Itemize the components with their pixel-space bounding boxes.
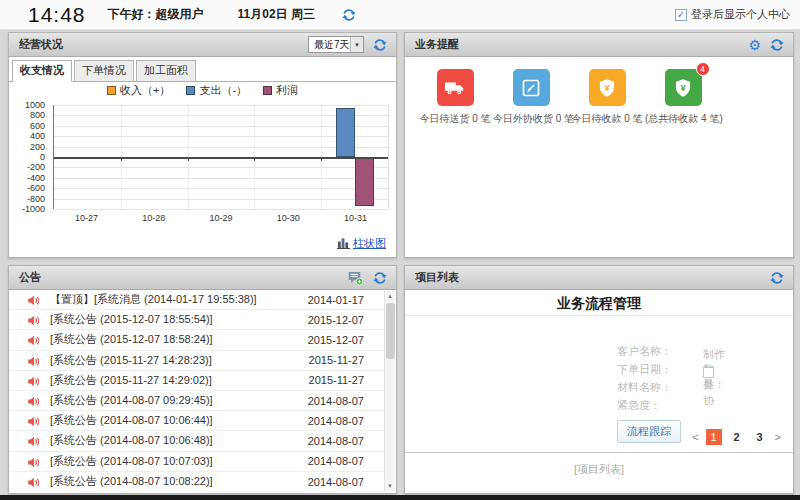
y-tick-label: 400 [30, 131, 45, 141]
announcement-row[interactable]: [系统公告 (2014-08-07 10:06:44)]2014-08-07 [9, 411, 384, 431]
announcement-date: 2014-08-07 [308, 415, 378, 427]
announcement-text: [系统公告 (2014-08-07 10:08:22)] [50, 474, 213, 489]
reminder-tile[interactable]: 今日待送货 0 笔 [417, 69, 493, 126]
y-tick-label: 600 [30, 121, 45, 131]
reminder-tile[interactable]: 今日外协收货 0 笔 [493, 69, 569, 126]
announcement-row[interactable]: [系统公告 (2015-12-07 18:58:24)]2015-12-07 [9, 330, 384, 350]
announcement-text: [系统公告 (2014-08-07 10:06:48)] [50, 433, 213, 448]
add-message-icon[interactable] [347, 270, 364, 286]
scrollbar[interactable]: ▲ ▼ [384, 291, 395, 491]
reminder-tile[interactable]: ¥4(总共待收款 4 笔) [645, 69, 721, 126]
legend-swatch [107, 86, 116, 95]
greeting-label: 下午好： [108, 7, 156, 21]
announcement-text: [系统公告 (2015-11-27 14:28:23)] [50, 353, 212, 368]
announcement-date: 2015-12-07 [308, 314, 378, 326]
truck-icon [437, 69, 474, 106]
user-name: 超级用户 [156, 7, 204, 21]
next-page-button[interactable]: > [775, 431, 781, 443]
panel-title: 项目列表 [415, 270, 459, 285]
announcement-row[interactable]: [系统公告 (2015-11-27 14:29:02)]2015-11-27 [9, 371, 384, 391]
y-tick-label: 800 [30, 110, 45, 120]
announcements-panel: 公告 【置顶】[系统消息 (2014-01-17 19:55:38)]2014-… [8, 265, 397, 494]
chart-plot [53, 105, 389, 209]
chart-type-link[interactable]: 柱状图 [337, 236, 386, 251]
speaker-icon [27, 354, 40, 367]
announcement-text: [系统公告 (2014-08-07 10:07:03)] [50, 454, 213, 469]
announcement-text: 【置顶】[系统消息 (2014-01-17 19:55:38)] [50, 292, 257, 307]
legend-swatch [263, 86, 272, 95]
status-tab[interactable]: 加工面积 [136, 60, 196, 82]
yuan-shield-icon: ¥ [589, 69, 626, 106]
workflow-title: 业务流程管理 [405, 290, 793, 316]
status-tabs: 收支情况下单情况加工面积 [9, 60, 396, 82]
announcement-row[interactable]: [系统公告 (2014-08-07 10:08:22)]2014-08-07 [9, 472, 384, 492]
refresh-icon[interactable] [769, 270, 785, 286]
material-name-label: 材料名称： [617, 380, 672, 395]
announcement-text: [系统公告 (2015-11-27 14:29:02)] [50, 373, 212, 388]
status-tab[interactable]: 收支情况 [12, 60, 72, 82]
clock-time: 14:48 [28, 3, 86, 27]
speaker-icon [27, 475, 40, 488]
axis-tick [321, 157, 322, 161]
page-number-button[interactable]: 2 [729, 429, 745, 445]
order-date-label: 下单日期： [617, 362, 672, 377]
chart-bar [355, 157, 374, 206]
panel-header: 公告 [9, 266, 396, 290]
refresh-icon[interactable] [372, 270, 388, 286]
announcement-row[interactable]: 【置顶】[系统消息 (2014-01-17 19:55:38)]2014-01-… [9, 290, 384, 310]
axis-tick [121, 157, 122, 161]
status-tab[interactable]: 下单情况 [74, 60, 134, 82]
date-range-value: 最近7天 [314, 38, 350, 52]
reminder-tile[interactable]: ¥今日待收款 0 笔 [569, 69, 645, 126]
announcement-row[interactable]: [系统公告 (2014-08-07 09:29:45)]2014-08-07 [9, 391, 384, 411]
axis-tick [254, 157, 255, 161]
outsourcing-checkbox[interactable] [703, 367, 714, 378]
y-tick-label: 0 [40, 152, 45, 162]
chart-x-axis: 10-2710-2810-2910-3010-31 [53, 213, 389, 223]
page-number-button[interactable]: 3 [752, 429, 768, 445]
notification-badge: 4 [696, 62, 710, 76]
announcement-row[interactable]: [系统公告 (2014-08-07 10:06:48)]2014-08-07 [9, 431, 384, 451]
announcement-date: 2015-12-07 [308, 334, 378, 346]
project-list-footer: [项目列表] [405, 462, 793, 477]
checkbox-checked-icon[interactable]: ✓ [675, 9, 687, 21]
scroll-down-icon[interactable]: ▼ [385, 481, 395, 491]
workflow-form: 客户名称： 下单日期： 制作数量： 材料名称： 外协 紧急度： 流程跟踪 [617, 342, 681, 443]
announcement-text: [系统公告 (2014-08-07 10:06:44)] [50, 413, 213, 428]
announcement-date: 2014-08-07 [308, 395, 378, 407]
x-tick-label: 10-28 [120, 213, 187, 223]
personal-center-toggle[interactable]: ✓ 登录后显示个人中心 [675, 7, 790, 22]
panel-title: 业务提醒 [415, 37, 459, 52]
pagination: <123> [692, 429, 781, 445]
chart-gridline [54, 188, 388, 189]
customer-name-label: 客户名称： [617, 344, 672, 359]
speaker-icon [27, 455, 40, 468]
x-tick-label: 10-27 [53, 213, 120, 223]
speaker-icon [27, 394, 40, 407]
refresh-icon[interactable] [372, 37, 388, 53]
announcement-row[interactable]: [系统公告 (2015-11-27 14:28:23)]2015-11-27 [9, 351, 384, 371]
announcement-date: 2014-08-07 [308, 476, 378, 488]
x-tick-label: 10-31 [322, 213, 389, 223]
refresh-icon[interactable] [769, 37, 785, 53]
page-number-button[interactable]: 1 [706, 429, 722, 445]
prev-page-button[interactable]: < [692, 431, 698, 443]
reminder-label: 今日待收款 0 笔 [569, 112, 645, 126]
yuan-shield-icon: ¥4 [665, 69, 702, 106]
gear-icon[interactable]: ⚙ [748, 38, 761, 52]
panel-title: 公告 [19, 270, 41, 285]
scrollbar-thumb[interactable] [386, 303, 395, 359]
scroll-up-icon[interactable]: ▲ [385, 291, 395, 301]
announcement-row[interactable]: [系统公告 (2015-12-07 18:55:54)]2015-12-07 [9, 310, 384, 330]
chart-bar [336, 108, 355, 157]
announcement-date: 2015-11-27 [309, 354, 378, 366]
topbar: 14:48 下午好：超级用户 11月02日 周三 ✓ 登录后显示个人中心 [0, 0, 800, 30]
date-range-select[interactable]: 最近7天 ▼ [308, 36, 364, 53]
x-tick-label: 10-30 [255, 213, 322, 223]
announcement-row[interactable]: [系统公告 (2014-08-07 10:07:03)]2014-08-07 [9, 452, 384, 472]
project-list-panel: 项目列表 业务流程管理 客户名称： 下单日期： 制作数量： 材料名称： 外协 紧… [404, 265, 794, 494]
reminder-tiles: 今日待送货 0 笔今日外协收货 0 笔¥今日待收款 0 笔¥4(总共待收款 4 … [417, 69, 721, 126]
announcement-date: 2014-08-07 [308, 455, 378, 467]
process-track-button[interactable]: 流程跟踪 [617, 420, 681, 443]
refresh-icon[interactable] [341, 7, 357, 23]
